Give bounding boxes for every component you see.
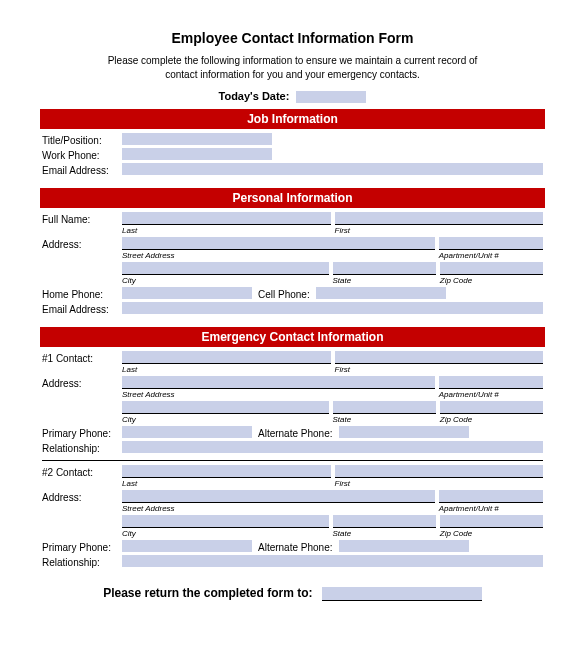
zip-input[interactable] [440,262,543,274]
c1-state-input[interactable] [333,401,436,413]
c2-first-input[interactable] [335,465,544,477]
fullname-label: Full Name: [42,212,122,225]
c2-alt-phone-label: Alternate Phone: [252,540,339,553]
contact2-label: #2 Contact: [42,465,122,478]
c1-apt-hint: Apartment/Unit # [439,388,543,399]
return-row: Please return the completed form to: [40,586,545,601]
emergency-section-body: #1 Contact: Last First Address: Street A… [40,347,545,576]
lastname-input[interactable] [122,212,331,224]
job-email-label: Email Address: [42,163,122,176]
personal-section-body: Full Name: Last First Address: Street Ad… [40,208,545,323]
c1-street-input[interactable] [122,376,435,388]
personal-email-input[interactable] [122,302,543,314]
c1-relationship-input[interactable] [122,441,543,453]
city-hint: City [122,274,329,285]
c2-zip-hint: Zip Code [440,527,543,538]
c2-primary-phone-input[interactable] [122,540,252,552]
c2-relationship-label: Relationship: [42,555,122,568]
personal-section-header: Personal Information [40,188,545,208]
c2-alt-phone-input[interactable] [339,540,469,552]
c1-zip-hint: Zip Code [440,413,543,424]
c2-last-hint: Last [122,477,331,488]
date-input[interactable] [296,91,366,103]
firstname-input[interactable] [335,212,544,224]
street-input[interactable] [122,237,435,249]
c2-zip-input[interactable] [440,515,543,527]
title-position-label: Title/Position: [42,133,122,146]
c2-address-label: Address: [42,490,122,503]
lastname-hint: Last [122,224,331,235]
c2-first-hint: First [335,477,544,488]
c1-apt-input[interactable] [439,376,543,388]
emergency-section-header: Emergency Contact Information [40,327,545,347]
c2-apt-hint: Apartment/Unit # [439,502,543,513]
c1-address-label: Address: [42,376,122,389]
c1-addr-spacer [42,401,122,403]
date-row: Today's Date: [40,90,545,103]
apt-hint: Apartment/Unit # [439,249,543,260]
home-phone-input[interactable] [122,287,252,299]
c2-street-hint: Street Address [122,502,435,513]
return-input[interactable] [322,587,482,601]
c1-primary-phone-input[interactable] [122,426,252,438]
c1-street-hint: Street Address [122,388,435,399]
c1-city-input[interactable] [122,401,329,413]
cell-phone-input[interactable] [316,287,446,299]
form-title: Employee Contact Information Form [40,30,545,46]
apt-input[interactable] [439,237,543,249]
c2-primary-phone-label: Primary Phone: [42,540,122,553]
state-input[interactable] [333,262,436,274]
return-label: Please return the completed form to: [103,586,312,600]
address-spacer [42,262,122,264]
address-label: Address: [42,237,122,250]
c2-last-input[interactable] [122,465,331,477]
street-hint: Street Address [122,249,435,260]
home-phone-label: Home Phone: [42,287,122,300]
c1-relationship-label: Relationship: [42,441,122,454]
c2-relationship-input[interactable] [122,555,543,567]
zip-hint: Zip Code [440,274,543,285]
work-phone-label: Work Phone: [42,148,122,161]
city-input[interactable] [122,262,329,274]
c2-city-hint: City [122,527,329,538]
c2-state-hint: State [333,527,436,538]
contact1-label: #1 Contact: [42,351,122,364]
contact-divider [42,460,543,461]
c1-primary-phone-label: Primary Phone: [42,426,122,439]
c2-apt-input[interactable] [439,490,543,502]
personal-email-label: Email Address: [42,302,122,315]
job-section-body: Title/Position: Work Phone: Email Addres… [40,129,545,184]
work-phone-input[interactable] [122,148,272,160]
cell-phone-label: Cell Phone: [252,287,316,300]
c2-state-input[interactable] [333,515,436,527]
c1-alt-phone-input[interactable] [339,426,469,438]
job-email-input[interactable] [122,163,543,175]
c1-zip-input[interactable] [440,401,543,413]
title-position-input[interactable] [122,133,272,145]
c1-state-hint: State [333,413,436,424]
c2-addr-spacer [42,515,122,517]
intro-text: Please complete the following informatio… [93,54,493,82]
job-section-header: Job Information [40,109,545,129]
c1-first-hint: First [335,363,544,374]
firstname-hint: First [335,224,544,235]
c1-last-hint: Last [122,363,331,374]
c1-alt-phone-label: Alternate Phone: [252,426,339,439]
state-hint: State [333,274,436,285]
c2-street-input[interactable] [122,490,435,502]
c1-first-input[interactable] [335,351,544,363]
c1-city-hint: City [122,413,329,424]
c2-city-input[interactable] [122,515,329,527]
c1-last-input[interactable] [122,351,331,363]
date-label: Today's Date: [219,90,290,102]
